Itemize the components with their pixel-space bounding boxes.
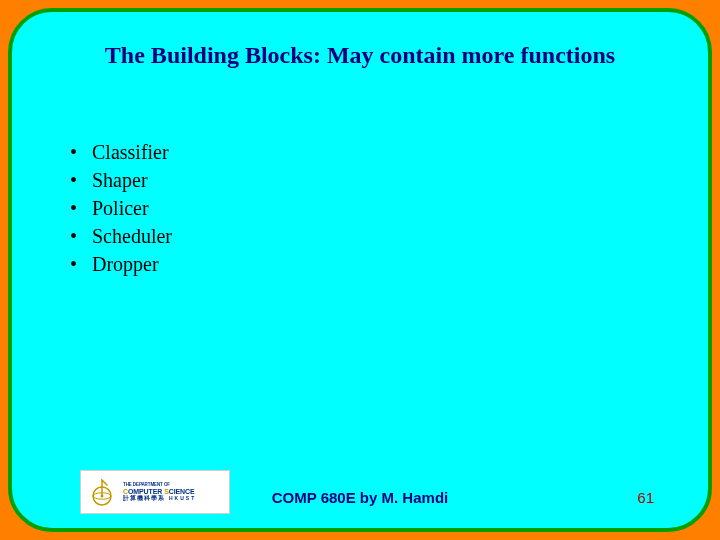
footer-credit: COMP 680E by M. Hamdi bbox=[12, 489, 708, 506]
slide-inner-panel: The Building Blocks: May contain more fu… bbox=[8, 8, 712, 532]
list-item: Shaper bbox=[72, 166, 172, 194]
slide-frame: The Building Blocks: May contain more fu… bbox=[0, 0, 720, 540]
list-item: Policer bbox=[72, 194, 172, 222]
list-item: Classifier bbox=[72, 138, 172, 166]
list-item: Scheduler bbox=[72, 222, 172, 250]
page-number: 61 bbox=[637, 489, 654, 506]
list-item: Dropper bbox=[72, 250, 172, 278]
slide-title: The Building Blocks: May contain more fu… bbox=[12, 42, 708, 69]
bullet-list: Classifier Shaper Policer Scheduler Drop… bbox=[72, 138, 172, 278]
